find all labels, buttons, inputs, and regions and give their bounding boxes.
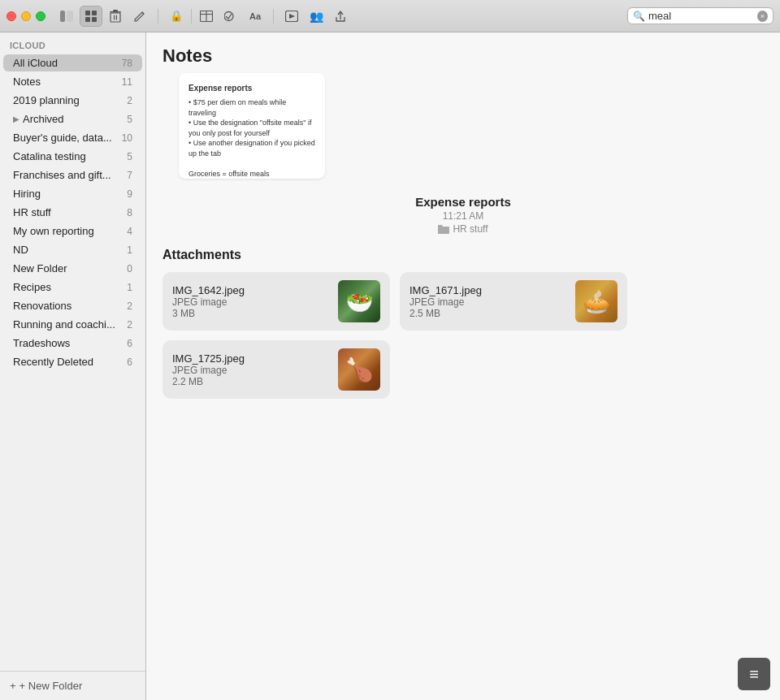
sidebar: iCloud All iCloud 78 Notes 11 2019 plann…	[0, 32, 146, 700]
sidebar-item-archived[interactable]: ▶ Archived 5	[3, 110, 142, 127]
attachments-grid: IMG_1642.jpeg JPEG image 3 MB IMG_1671.j…	[162, 272, 764, 399]
sidebar-item-all-icloud[interactable]: All iCloud 78	[3, 54, 142, 71]
note-preview-title: Expense reports	[188, 83, 315, 94]
toolbar-separator-3	[273, 9, 274, 24]
search-clear-button[interactable]: ×	[757, 11, 768, 22]
titlebar: 🔒 Aa 👥	[0, 0, 780, 32]
attachment-type: JPEG image	[172, 365, 330, 376]
sidebar-section-header: iCloud	[0, 32, 145, 54]
attachment-type: JPEG image	[410, 296, 567, 308]
svg-rect-2	[85, 11, 90, 15]
sidebar-item-label: My own reporting	[13, 225, 124, 237]
sidebar-item-count: 1	[127, 244, 132, 256]
attachment-filename: IMG_1642.jpeg	[172, 284, 330, 296]
note-preview-line-3: • Use another designation if you picked …	[188, 138, 315, 158]
sidebar-item-count: 5	[127, 114, 132, 125]
sidebar-item-nd[interactable]: ND 1	[3, 241, 142, 258]
checklist-button[interactable]	[219, 6, 242, 27]
sidebar-item-label: New Folder	[13, 262, 124, 274]
note-preview-line-1: • $75 per diem on meals while traveling	[188, 97, 315, 118]
lock-button[interactable]: 🔒	[165, 6, 188, 27]
toolbar-left	[55, 6, 151, 27]
attachment-card-1671[interactable]: IMG_1671.jpeg JPEG image 2.5 MB	[400, 272, 627, 331]
logo-icon: ≡	[749, 665, 759, 684]
attachment-info: IMG_1725.jpeg JPEG image 2.2 MB	[172, 352, 330, 387]
svg-point-14	[224, 11, 233, 20]
sidebar-item-label: HR stuff	[13, 206, 124, 218]
note-folder-name: HR stuff	[453, 223, 488, 235]
close-button[interactable]	[6, 11, 16, 21]
sidebar-item-new-folder[interactable]: New Folder 0	[3, 260, 142, 277]
collaborate-button[interactable]: 👥	[305, 6, 327, 27]
sidebar-item-2019-planning[interactable]: 2019 planning 2	[3, 92, 142, 109]
compose-button[interactable]	[128, 6, 151, 27]
format-button[interactable]: Aa	[244, 6, 266, 27]
sidebar-item-recipes[interactable]: Recipes 1	[3, 279, 142, 296]
sidebar-toggle-button[interactable]	[55, 6, 78, 27]
search-bar[interactable]: 🔍 ×	[627, 7, 774, 24]
new-folder-button[interactable]: + + New Folder	[0, 671, 145, 700]
main-layout: iCloud All iCloud 78 Notes 11 2019 plann…	[0, 32, 780, 700]
sidebar-item-franchises-gift[interactable]: Franchises and gift... 7	[3, 166, 142, 184]
note-folder: HR stuff	[438, 223, 488, 235]
sidebar-item-count: 0	[127, 263, 132, 274]
attachment-thumbnail-1642	[338, 280, 380, 322]
sidebar-item-renovations[interactable]: Renovations 2	[3, 297, 142, 314]
folder-icon	[438, 224, 449, 234]
sidebar-item-label: All iCloud	[13, 57, 119, 69]
sidebar-item-count: 10	[122, 132, 132, 144]
sidebar-item-count: 5	[127, 151, 132, 162]
sidebar-item-buyers-guide[interactable]: Buyer's guide, data... 10	[3, 129, 142, 146]
attachment-size: 2.2 MB	[172, 376, 330, 387]
sidebar-item-hiring[interactable]: Hiring 9	[3, 185, 142, 202]
share-button[interactable]	[329, 6, 352, 27]
note-time: 11:21 AM	[443, 210, 484, 222]
sidebar-item-tradeshows[interactable]: Tradeshows 6	[3, 335, 142, 352]
gallery-view-button[interactable]	[80, 6, 102, 27]
chevron-right-icon: ▶	[13, 115, 20, 123]
toolbar-right: 👥	[280, 6, 352, 27]
plus-icon: +	[10, 680, 16, 692]
attachment-filename: IMG_1725.jpeg	[172, 352, 330, 365]
sidebar-item-label: Tradeshows	[13, 337, 124, 349]
attachment-size: 2.5 MB	[410, 308, 567, 319]
svg-rect-10	[113, 10, 118, 11]
sidebar-item-count: 78	[122, 58, 132, 69]
sidebar-item-label: Buyer's guide, data...	[13, 132, 119, 144]
svg-rect-4	[85, 17, 90, 22]
attachment-filename: IMG_1671.jpeg	[410, 284, 567, 296]
note-preview-card[interactable]: Expense reports • $75 per diem on meals …	[179, 73, 325, 179]
svg-rect-5	[92, 17, 97, 22]
sidebar-item-running-coaching[interactable]: Running and coachi... 2	[3, 316, 142, 333]
svg-rect-6	[110, 13, 120, 22]
sidebar-item-hr-stuff[interactable]: HR stuff 8	[3, 204, 142, 221]
sidebar-item-catalina-testing[interactable]: Catalina testing 5	[3, 148, 142, 165]
table-button[interactable]	[195, 6, 218, 27]
maximize-button[interactable]	[36, 11, 46, 21]
toolbar-separator-2	[191, 9, 192, 24]
attachment-card-1642[interactable]: IMG_1642.jpeg JPEG image 3 MB	[162, 272, 390, 331]
sidebar-item-label: Catalina testing	[13, 150, 124, 162]
svg-rect-0	[60, 11, 65, 22]
sidebar-item-count: 7	[127, 170, 132, 181]
attachment-card-1725[interactable]: IMG_1725.jpeg JPEG image 2.2 MB	[162, 340, 390, 399]
delete-button[interactable]	[104, 6, 127, 27]
svg-rect-3	[92, 11, 97, 15]
sidebar-item-count: 2	[127, 300, 132, 312]
app-logo: ≡	[738, 658, 770, 690]
sidebar-item-recently-deleted[interactable]: Recently Deleted 6	[3, 353, 142, 370]
sidebar-item-count: 4	[127, 226, 132, 237]
sidebar-item-label: Running and coachi...	[13, 318, 124, 331]
attachments-section: Attachments IMG_1642.jpeg JPEG image 3 M…	[146, 248, 780, 399]
sidebar-item-count: 8	[127, 207, 132, 218]
sidebar-item-count: 6	[127, 356, 132, 368]
toolbar-separator-1	[158, 9, 158, 24]
sidebar-item-notes[interactable]: Notes 11	[3, 73, 142, 90]
media-button[interactable]	[280, 6, 303, 27]
note-title: Expense reports	[415, 195, 511, 209]
sidebar-item-my-own-reporting[interactable]: My own reporting 4	[3, 223, 142, 240]
search-input[interactable]	[648, 10, 754, 22]
attachment-info: IMG_1642.jpeg JPEG image 3 MB	[172, 284, 330, 319]
minimize-button[interactable]	[21, 11, 31, 21]
sidebar-item-label: Notes	[13, 76, 119, 88]
